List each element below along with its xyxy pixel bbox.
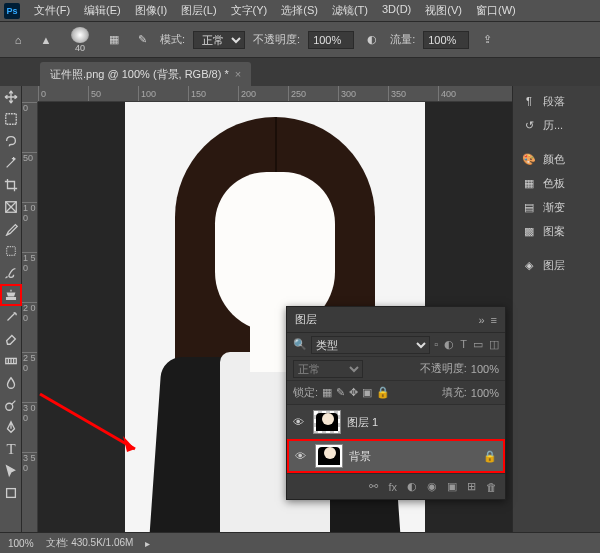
panel-swatches[interactable]: ▦色板 bbox=[517, 172, 596, 194]
layer-thumbnail[interactable] bbox=[315, 444, 343, 468]
lock-paint-icon[interactable]: ✎ bbox=[336, 386, 345, 399]
menu-select[interactable]: 选择(S) bbox=[275, 1, 324, 20]
wand-tool[interactable] bbox=[0, 152, 22, 174]
layer-name[interactable]: 图层 1 bbox=[347, 415, 378, 430]
marquee-tool[interactable] bbox=[0, 108, 22, 130]
mask-icon[interactable]: ◐ bbox=[407, 480, 417, 493]
lock-position-icon[interactable]: ✥ bbox=[349, 386, 358, 399]
mode-select[interactable]: 正常 bbox=[193, 31, 245, 49]
opacity-value[interactable]: 100% bbox=[308, 31, 354, 49]
brush-tool[interactable] bbox=[0, 262, 22, 284]
layer-row-background[interactable]: 👁 背景 🔒 bbox=[287, 439, 505, 473]
panel-gradients[interactable]: ▤渐变 bbox=[517, 196, 596, 218]
panel-expand-icon[interactable]: » bbox=[478, 314, 484, 326]
layer-row-1[interactable]: 👁 图层 1 bbox=[287, 405, 505, 439]
options-bar: ⌂ ▲ 40 ▦ ✎ 模式: 正常 不透明度: 100% ◐ 流量: 100% … bbox=[0, 22, 600, 58]
lasso-tool[interactable] bbox=[0, 130, 22, 152]
frame-tool[interactable] bbox=[0, 196, 22, 218]
flow-value[interactable]: 100% bbox=[423, 31, 469, 49]
filter-shape-icon[interactable]: ▭ bbox=[473, 338, 483, 351]
pressure-opacity-icon[interactable]: ◐ bbox=[362, 30, 382, 50]
menu-3d[interactable]: 3D(D) bbox=[376, 1, 417, 20]
lock-transparent-icon[interactable]: ▦ bbox=[322, 386, 332, 399]
pressure-icon[interactable]: ✎ bbox=[132, 30, 152, 50]
ruler-horizontal[interactable]: 050100150200250300350400 bbox=[38, 86, 512, 102]
link-layers-icon[interactable]: ⚯ bbox=[369, 480, 378, 493]
panel-history[interactable]: ↺历... bbox=[517, 114, 596, 136]
fill-value[interactable]: 100% bbox=[471, 387, 499, 399]
menu-window[interactable]: 窗口(W) bbox=[470, 1, 522, 20]
delete-icon[interactable]: 🗑 bbox=[486, 481, 497, 493]
eyedropper-tool[interactable] bbox=[0, 218, 22, 240]
layers-panel-title: 图层 bbox=[295, 312, 317, 327]
filter-type-icon[interactable]: T bbox=[460, 338, 467, 351]
menu-layer[interactable]: 图层(L) bbox=[175, 1, 222, 20]
path-select-tool[interactable] bbox=[0, 460, 22, 482]
heal-tool[interactable] bbox=[0, 240, 22, 262]
close-tab-icon[interactable]: × bbox=[235, 68, 241, 80]
panel-menu-icon[interactable]: ≡ bbox=[491, 314, 497, 326]
eraser-tool[interactable] bbox=[0, 328, 22, 350]
app-logo: Ps bbox=[4, 3, 20, 19]
new-layer-icon[interactable]: ⊞ bbox=[467, 480, 476, 493]
dodge-tool[interactable] bbox=[0, 394, 22, 416]
gradient-tool[interactable] bbox=[0, 350, 22, 372]
lock-artboard-icon[interactable]: ▣ bbox=[362, 386, 372, 399]
status-more-icon[interactable]: ▸ bbox=[145, 538, 150, 549]
panel-layers[interactable]: ◈图层 bbox=[517, 254, 596, 276]
palette-icon: 🎨 bbox=[521, 153, 537, 166]
visibility-icon[interactable]: 👁 bbox=[295, 450, 309, 462]
history-brush-tool[interactable] bbox=[0, 306, 22, 328]
crop-tool[interactable] bbox=[0, 174, 22, 196]
document-tab[interactable]: 证件照.png @ 100% (背景, RGB/8) * × bbox=[40, 62, 251, 86]
shape-tool[interactable] bbox=[0, 482, 22, 504]
type-tool[interactable]: T bbox=[0, 438, 22, 460]
fill-label: 填充: bbox=[442, 385, 467, 400]
panel-color[interactable]: 🎨颜色 bbox=[517, 148, 596, 170]
zoom-level[interactable]: 100% bbox=[8, 538, 34, 549]
panel-patterns[interactable]: ▩图案 bbox=[517, 220, 596, 242]
menu-image[interactable]: 图像(I) bbox=[129, 1, 173, 20]
lock-all-icon[interactable]: 🔒 bbox=[376, 386, 390, 399]
blend-mode-select[interactable]: 正常 bbox=[293, 360, 363, 378]
blur-tool[interactable] bbox=[0, 372, 22, 394]
brush-panel-icon[interactable]: ▦ bbox=[104, 30, 124, 50]
mode-label: 模式: bbox=[160, 32, 185, 47]
brush-preset[interactable]: 40 bbox=[64, 27, 96, 53]
move-tool[interactable] bbox=[0, 86, 22, 108]
panel-paragraph[interactable]: ¶段落 bbox=[517, 90, 596, 112]
clone-stamp-tool[interactable] bbox=[0, 284, 22, 306]
layer-thumbnail[interactable] bbox=[313, 410, 341, 434]
lock-icon[interactable]: 🔒 bbox=[483, 450, 497, 463]
group-icon[interactable]: ▣ bbox=[447, 480, 457, 493]
search-icon[interactable]: 🔍 bbox=[293, 338, 307, 351]
right-panel-tray: ¶段落 ↺历... 🎨颜色 ▦色板 ▤渐变 ▩图案 ◈图层 bbox=[512, 86, 600, 532]
pattern-icon: ▩ bbox=[521, 225, 537, 238]
filter-pixel-icon[interactable]: ▫ bbox=[434, 338, 438, 351]
menu-file[interactable]: 文件(F) bbox=[28, 1, 76, 20]
share-icon[interactable]: ⇪ bbox=[477, 30, 497, 50]
layer-opacity-value[interactable]: 100% bbox=[471, 363, 499, 375]
adjustment-icon[interactable]: ◉ bbox=[427, 480, 437, 493]
menu-view[interactable]: 视图(V) bbox=[419, 1, 468, 20]
fx-icon[interactable]: fx bbox=[388, 481, 397, 493]
svg-rect-2 bbox=[7, 247, 16, 256]
menu-edit[interactable]: 编辑(E) bbox=[78, 1, 127, 20]
document-tab-title: 证件照.png @ 100% (背景, RGB/8) * bbox=[50, 67, 229, 82]
menu-filter[interactable]: 滤镜(T) bbox=[326, 1, 374, 20]
gradient-icon: ▤ bbox=[521, 201, 537, 214]
toolbox: T bbox=[0, 86, 22, 532]
filter-adjust-icon[interactable]: ◐ bbox=[444, 338, 454, 351]
stamp-preset-icon[interactable]: ▲ bbox=[36, 30, 56, 50]
pen-tool[interactable] bbox=[0, 416, 22, 438]
svg-rect-5 bbox=[7, 489, 16, 498]
layers-panel: 图层 »≡ 🔍 类型 ▫ ◐ T ▭ ◫ 正常 不透明度: 100% 锁定: ▦… bbox=[286, 306, 506, 500]
visibility-icon[interactable]: 👁 bbox=[293, 416, 307, 428]
ruler-vertical[interactable]: 0501 0 01 5 02 0 02 5 03 0 03 5 0 bbox=[22, 102, 38, 532]
menu-type[interactable]: 文字(Y) bbox=[225, 1, 274, 20]
history-icon: ↺ bbox=[521, 119, 537, 132]
layer-name[interactable]: 背景 bbox=[349, 449, 371, 464]
layer-filter-select[interactable]: 类型 bbox=[311, 336, 430, 354]
home-icon[interactable]: ⌂ bbox=[8, 30, 28, 50]
filter-smart-icon[interactable]: ◫ bbox=[489, 338, 499, 351]
